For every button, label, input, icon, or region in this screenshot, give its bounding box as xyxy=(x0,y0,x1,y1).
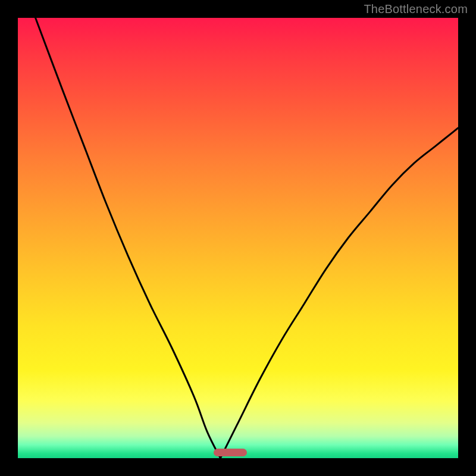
right-curve xyxy=(220,128,458,458)
watermark-text: TheBottleneck.com xyxy=(364,2,468,16)
left-curve xyxy=(36,18,221,458)
curve-layer xyxy=(18,18,458,458)
chart-frame: TheBottleneck.com xyxy=(0,0,476,476)
plot-area xyxy=(18,18,458,458)
optimum-marker xyxy=(214,449,247,456)
